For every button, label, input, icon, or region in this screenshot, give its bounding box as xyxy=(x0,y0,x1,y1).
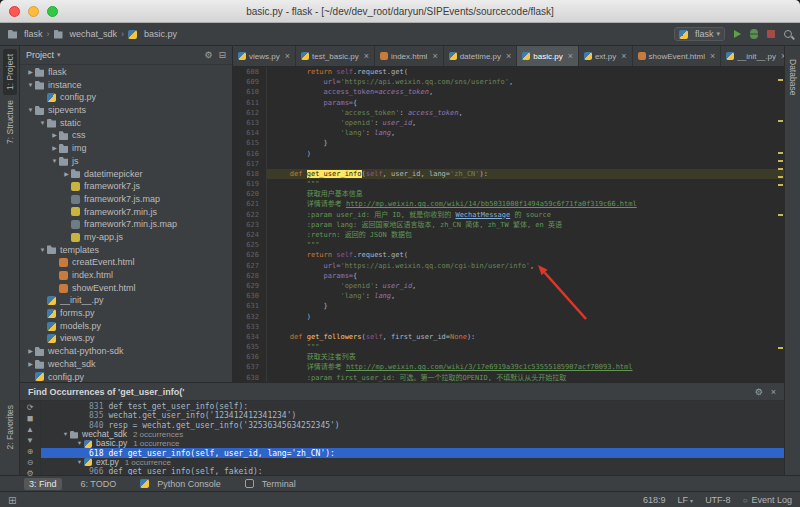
tree-item-index-html[interactable]: index.html xyxy=(20,269,232,282)
event-log-button[interactable]: ○ Event Log xyxy=(743,495,792,505)
tree-item-framework7-min-js-map[interactable]: framework7.min.js.map xyxy=(20,218,232,231)
breadcrumb-item-wechat-sdk[interactable]: wechat_sdk xyxy=(54,29,118,39)
usage-group-row[interactable]: ▼basic.py1 occurrence xyxy=(41,439,784,448)
toolwindow-button-3-find[interactable]: 3: Find xyxy=(24,478,62,490)
tree-item-templates[interactable]: ▼templates xyxy=(20,244,232,257)
code-line-635[interactable]: """ xyxy=(273,342,784,352)
tree-item-showevent-html[interactable]: showEvent.html xyxy=(20,282,232,295)
code-line-620[interactable]: 获取用户基本信息 xyxy=(273,189,784,199)
toolwindow-switcher-icon[interactable]: ⊞ xyxy=(8,495,16,506)
toolwindow-button-python-console[interactable]: Python Console xyxy=(135,478,226,490)
close-tab-icon[interactable]: × xyxy=(432,51,437,61)
stripe-mark[interactable] xyxy=(778,79,783,81)
tree-toggle-icon[interactable]: ▶ xyxy=(62,168,71,181)
tab-ext-py[interactable]: ext.py× xyxy=(579,46,633,66)
stripe-mark[interactable] xyxy=(778,184,783,186)
tab-basic-py[interactable]: basic.py× xyxy=(517,46,579,66)
close-tab-icon[interactable]: × xyxy=(710,51,715,61)
tree-item-framework7-js[interactable]: framework7.js xyxy=(20,180,232,193)
usage-row[interactable]: 966def get_user_info(self, fakeid): xyxy=(41,467,784,475)
code-line-613[interactable]: 'openid': user_id, xyxy=(273,118,784,128)
code-line-628[interactable]: params={ xyxy=(273,271,784,281)
code-line-621[interactable]: 详情请参考 http://mp.weixin.qq.com/wiki/14/bb… xyxy=(273,199,784,209)
code-line-638[interactable]: :param first_user_id: 可选。第一个拉取的OPENID, 不… xyxy=(273,373,784,382)
stop-icon[interactable]: ◼ xyxy=(27,414,34,424)
tree-toggle-icon[interactable]: ▶ xyxy=(26,358,35,371)
usage-row[interactable]: 831def test_get_user_info(self): xyxy=(41,402,784,411)
code-line-633[interactable] xyxy=(273,322,784,332)
tree-item-config-py[interactable]: config.py xyxy=(20,91,232,104)
stripe-mark[interactable] xyxy=(778,168,783,170)
toolwindow-button-7-structure[interactable]: 7: Structure xyxy=(3,95,17,149)
settings-icon[interactable]: ⚙ xyxy=(204,50,212,60)
code-line-622[interactable]: :param user_id: 用户 ID, 就是你收到的 WechatMess… xyxy=(273,210,784,220)
tree-item-wechat-python-sdk[interactable]: ▶wechat-python-sdk xyxy=(20,345,232,358)
tree-toggle-icon[interactable]: ▶ xyxy=(26,345,35,358)
code-line-634[interactable]: def get_followers(self, first_user_id=No… xyxy=(273,332,784,342)
stripe-mark[interactable] xyxy=(778,347,783,349)
next-occurrence-icon[interactable]: ▼ xyxy=(26,436,34,446)
code-line-626[interactable]: return self.request.get( xyxy=(273,250,784,260)
tree-item-datetimepicker[interactable]: ▶datetimepicker xyxy=(20,168,232,181)
code-line-632[interactable]: ) xyxy=(273,312,784,322)
tree-toggle-icon[interactable]: ▼ xyxy=(75,439,84,448)
code-line-627[interactable]: url='https://api.weixin.qq.com/cgi-bin/u… xyxy=(273,261,784,271)
tree-item-img[interactable]: ▶img xyxy=(20,142,232,155)
tree-item-sipevents[interactable]: ▼sipevents xyxy=(20,104,232,117)
tree-item-init-py[interactable]: __init__.py xyxy=(20,294,232,307)
code-line-618[interactable]: def get_user_info(self, user_id, lang='z… xyxy=(267,169,784,179)
tree-item-instance[interactable]: ▼instance xyxy=(20,79,232,92)
search-everywhere-icon[interactable] xyxy=(784,30,792,38)
code-line-619[interactable]: """ xyxy=(273,179,784,189)
tab-datetime-py[interactable]: datetime.py× xyxy=(444,46,518,66)
tree-toggle-icon[interactable]: ▶ xyxy=(50,142,59,155)
code-line-614[interactable]: 'lang': lang, xyxy=(273,128,784,138)
tree-item-flask[interactable]: ▶flask xyxy=(20,66,232,79)
tree-item-static[interactable]: ▼static xyxy=(20,117,232,130)
code-line-608[interactable]: return self.request.get( xyxy=(273,67,784,77)
tree-toggle-icon[interactable]: ▼ xyxy=(38,117,47,130)
tree-item-css[interactable]: ▶css xyxy=(20,129,232,142)
breadcrumb-item-basic-py[interactable]: basic.py xyxy=(128,29,177,39)
code-line-637[interactable]: 详情请参考 http://mp.weixin.qq.com/wiki/3/17e… xyxy=(273,362,784,372)
usage-row[interactable]: 835wechat.get_user_info('123412412341234… xyxy=(41,411,784,420)
code-line-631[interactable]: } xyxy=(273,301,784,311)
close-tab-icon[interactable]: × xyxy=(506,51,511,61)
code-line-615[interactable]: } xyxy=(273,138,784,148)
tree-item-my-app-js[interactable]: my-app.js xyxy=(20,231,232,244)
usage-row[interactable]: 840resp = wechat.get_user_info('32536345… xyxy=(41,421,784,430)
collapse-all-icon[interactable]: ⊖ xyxy=(27,458,34,468)
tab-init-py[interactable]: __init__.py× xyxy=(721,46,784,66)
tree-item-config-py[interactable]: config.py xyxy=(20,371,232,383)
usage-row[interactable]: 618def get_user_info(self, user_id, lang… xyxy=(41,448,784,457)
caret-position[interactable]: 618:9 xyxy=(643,495,666,505)
expand-all-icon[interactable]: ⊕ xyxy=(27,447,34,457)
stripe-mark[interactable] xyxy=(778,152,783,154)
code-line-610[interactable]: access_token=access_token, xyxy=(273,87,784,97)
close-icon[interactable]: × xyxy=(771,387,776,397)
tree-item-forms-py[interactable]: forms.py xyxy=(20,307,232,320)
chevron-down-icon[interactable]: ▾ xyxy=(57,51,61,59)
close-tab-icon[interactable]: × xyxy=(568,51,573,61)
gear-icon[interactable]: ⚙ xyxy=(755,387,763,397)
tree-item-framework7-js-map[interactable]: framework7.js.map xyxy=(20,193,232,206)
stripe-mark[interactable] xyxy=(778,160,783,162)
code-line-623[interactable]: :param lang: 返回国家地区语言版本, zh_CN 简体, zh_TW… xyxy=(273,220,784,230)
run-button[interactable] xyxy=(734,30,741,38)
code-line-611[interactable]: params={ xyxy=(273,98,784,108)
toolwindow-button-6-todo[interactable]: 6: TODO xyxy=(76,478,122,490)
tree-item-wechat-sdk[interactable]: ▶wechat_sdk xyxy=(20,358,232,371)
project-panel-title[interactable]: Project xyxy=(26,50,54,60)
toolwindow-button-1-project[interactable]: 1: Project xyxy=(3,49,17,95)
close-tab-icon[interactable]: × xyxy=(285,51,290,61)
code-line-616[interactable]: ) xyxy=(273,149,784,159)
tree-item-js[interactable]: ▼js xyxy=(20,155,232,168)
code-line-630[interactable]: 'lang': lang, xyxy=(273,291,784,301)
tree-toggle-icon[interactable]: ▼ xyxy=(61,430,70,439)
close-tab-icon[interactable]: × xyxy=(621,51,626,61)
rerun-icon[interactable]: ⟳ xyxy=(27,403,34,413)
tree-item-framework7-min-js[interactable]: framework7.min.js xyxy=(20,206,232,219)
usage-group-row[interactable]: ▼ext.py1 occurrence xyxy=(41,458,784,467)
editor[interactable]: 6086096106116126136146156166176186196206… xyxy=(233,67,784,382)
tree-toggle-icon[interactable]: ▶ xyxy=(50,129,59,142)
